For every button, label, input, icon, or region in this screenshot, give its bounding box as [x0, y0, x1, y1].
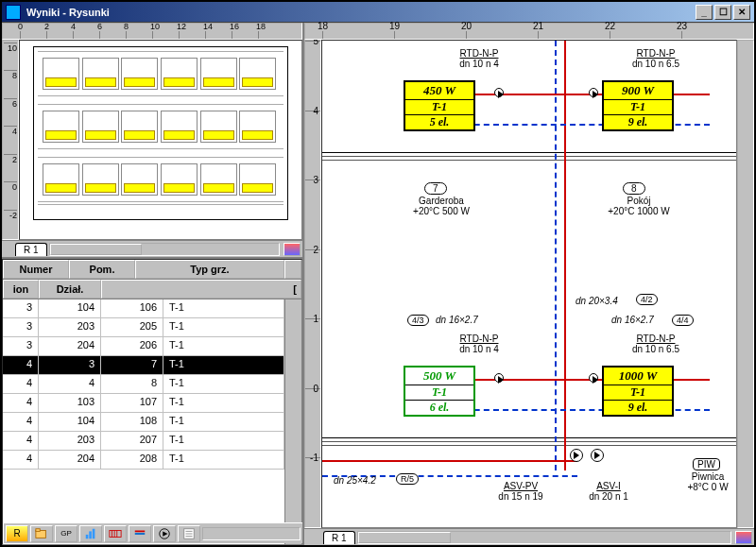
pump-icon: [570, 449, 583, 462]
table-row[interactable]: 3203205T-1: [3, 318, 284, 337]
drawing-palette-button[interactable]: [735, 531, 752, 544]
col2-bracket[interactable]: [: [101, 280, 301, 299]
valve-icon: [589, 373, 598, 383]
room-bubble-8: 8: [623, 182, 645, 195]
overview-hscroll[interactable]: [49, 243, 280, 256]
room-bubble-7: 7: [424, 182, 447, 195]
room-name-7: Garderoba+20°C 500 W: [404, 196, 479, 216]
drawing-canvas[interactable]: 450 W T-1 5 el. 900 W T-1 9 el. 500 W T-…: [321, 40, 737, 528]
label-rtd-b: RTD-N-Pdn 10 n 6.5: [613, 48, 698, 69]
overview-tabstrip: R 1: [2, 240, 302, 257]
svg-rect-4: [93, 528, 95, 538]
drawing-vscroll[interactable]: [737, 40, 754, 528]
col-typ[interactable]: Typ grz.: [135, 260, 284, 279]
basement-label: Piwnica+8°C 0 W: [679, 471, 736, 492]
node-4-2: 4/2: [636, 294, 658, 305]
table-row[interactable]: 4204208T-1: [3, 451, 284, 470]
close-button[interactable]: ✕: [733, 5, 750, 20]
table-row[interactable]: 437T-1: [3, 356, 284, 375]
titlebar: Wyniki - Rysunki _ ☐ ✕: [2, 2, 754, 23]
svg-rect-2: [86, 534, 89, 538]
label-rtd-a: RTD-N-Pdn 10 n 4: [441, 48, 517, 69]
table-row[interactable]: 3104106T-1: [3, 299, 284, 318]
bottom-toolbar: R GP: [4, 522, 302, 543]
label-rtd-d: RTD-N-Pdn 10 n 6.5: [613, 333, 698, 354]
overview-canvas[interactable]: [19, 40, 302, 240]
node-4-4: 4/4: [672, 315, 694, 326]
svg-marker-12: [163, 531, 167, 536]
maximize-button[interactable]: ☐: [714, 5, 731, 20]
tool-radiator-icon[interactable]: [104, 525, 127, 542]
asv-i-label: ASV-Idn 20 n 1: [576, 481, 642, 502]
drawing-ruler-left: 5 4 3 2 1 0 -1: [304, 40, 321, 528]
drawing-ruler-top: 18 19 20 21 22 23: [304, 23, 754, 40]
valve-icon: [494, 88, 504, 97]
app-icon: [6, 5, 21, 20]
valve-icon: [494, 373, 504, 383]
col-scroll-spacer: [284, 260, 301, 279]
radiator-b[interactable]: 900 W T-1 9 el.: [602, 80, 674, 131]
window-title: Wyniki - Rysunki: [23, 7, 694, 18]
drawing-tabstrip: R 1: [304, 528, 754, 545]
basement-tag: PIW: [693, 458, 720, 470]
node-r5: R/5: [396, 473, 419, 485]
table-vscroll[interactable]: [284, 299, 301, 544]
palette-button[interactable]: [284, 243, 301, 256]
tool-tab-r[interactable]: R: [6, 525, 28, 542]
overview-ruler-top: 02 46 810 1214 1618: [2, 23, 302, 40]
label-rtd-c: RTD-N-Pdn 10 n 4: [441, 333, 517, 354]
col-pom[interactable]: Pom.: [69, 260, 135, 279]
seg-top-label: dn 20×3.4: [576, 296, 618, 306]
tool-gp-icon[interactable]: GP: [55, 525, 77, 542]
table-row[interactable]: 4203207T-1: [3, 432, 284, 451]
svg-rect-5: [110, 530, 121, 537]
table-row[interactable]: 4103107T-1: [3, 394, 284, 413]
minimize-button[interactable]: _: [696, 5, 713, 20]
tool-list-icon[interactable]: [178, 525, 200, 542]
table-row[interactable]: 4104108T-1: [3, 413, 284, 432]
svg-rect-1: [36, 528, 40, 531]
overview-tab-r1[interactable]: R 1: [15, 243, 47, 256]
seg-l-label: dn 16×2.7: [436, 315, 478, 325]
node-4-3: 4/3: [407, 315, 429, 326]
overview-ruler-left: 108 64 20 -2: [2, 40, 19, 240]
tool-chart-icon[interactable]: [79, 525, 102, 542]
table-row[interactable]: 448T-1: [3, 375, 284, 394]
pump-icon: [591, 449, 604, 462]
tool-folder-icon[interactable]: [30, 525, 53, 542]
tool-play-icon[interactable]: [153, 525, 176, 542]
drawing-hscroll[interactable]: [357, 531, 731, 544]
seg-r-label: dn 16×2.7: [611, 315, 654, 325]
overview-pane: 02 46 810 1214 1618 108 64 20 -2: [2, 23, 302, 259]
col-numer[interactable]: Numer: [3, 260, 69, 279]
radiator-c[interactable]: 500 W T-1 6 el.: [404, 366, 475, 417]
room-name-8: Pokój+20°C 1000 W: [596, 196, 681, 216]
radiator-a[interactable]: 450 W T-1 5 el.: [404, 80, 475, 131]
drawing-tab-r1[interactable]: R 1: [323, 531, 355, 544]
table-row[interactable]: 3204206T-1: [3, 337, 284, 356]
asv-pv-label: ASV-PVdn 15 n 19: [483, 481, 558, 502]
results-table: Numer Pom. Typ grz. ion Dział. [ 3104106…: [2, 259, 302, 545]
toolbar-hscroll[interactable]: [202, 527, 301, 540]
bot-seg-label: dn 25×4.2: [334, 475, 376, 486]
valve-icon: [589, 88, 598, 97]
radiator-d[interactable]: 1000 W T-1 9 el.: [602, 366, 674, 417]
table-body[interactable]: 3104106T-13203205T-13204206T-1437T-1448T…: [3, 299, 284, 544]
svg-rect-3: [89, 531, 92, 538]
col2-ion[interactable]: ion: [3, 280, 39, 299]
tool-pipe-icon[interactable]: [129, 525, 151, 542]
col2-dzial[interactable]: Dział.: [39, 280, 101, 299]
